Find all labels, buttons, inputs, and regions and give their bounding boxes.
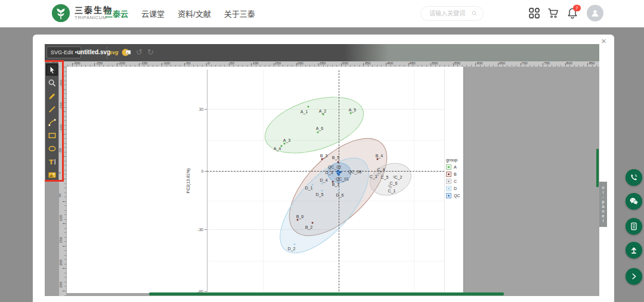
ruler-label: -250 <box>95 61 103 65</box>
axis-tick-label: 30 <box>193 107 203 111</box>
ruler-label: 600 <box>476 61 482 65</box>
user-avatar[interactable] <box>587 5 603 21</box>
ruler-label: 400 <box>387 61 393 65</box>
image-tool-button[interactable] <box>46 169 58 180</box>
zoom-tool-button[interactable] <box>46 77 58 89</box>
close-icon[interactable]: × <box>601 36 606 46</box>
data-point-B_3 <box>321 158 323 160</box>
data-point-D_5 <box>321 190 323 192</box>
notification-badge: 7 <box>573 5 581 11</box>
data-point-label: B_6 <box>296 214 304 219</box>
ruler-label: -100 <box>163 61 170 65</box>
ruler-label: 850 <box>589 61 595 65</box>
export-image-button[interactable] <box>121 47 132 58</box>
undo-button[interactable]: ↺ <box>136 48 143 57</box>
path-tool-button[interactable] <box>46 116 58 128</box>
ruler-label: 550 <box>454 61 460 65</box>
legend-swatch <box>446 193 451 198</box>
data-point-label: C_6 <box>390 181 398 185</box>
data-point-label: B_4 <box>376 154 383 158</box>
data-point-label: B_5 <box>332 155 339 160</box>
data-point-D_3 <box>333 175 335 177</box>
pca-scatter-plot: 300-30-60PC2(13.81%)A_1A_2A_5A_6A_3A_4B_… <box>66 67 599 296</box>
phone-button[interactable] <box>626 169 642 186</box>
data-point-label: D_2 <box>288 247 296 251</box>
data-point-A_3 <box>284 143 286 145</box>
svg-edit-menu-button[interactable]: SVG-Edit ▾ <box>47 46 81 58</box>
upload-button[interactable] <box>626 242 642 259</box>
gridline <box>263 70 264 291</box>
legend-dot <box>448 166 450 168</box>
source-editor-button[interactable]: svg <box>109 49 119 55</box>
rectangle-tool-button[interactable] <box>46 129 58 141</box>
ruler-label: 100 <box>252 61 258 65</box>
path-icon <box>48 118 57 127</box>
data-point-label: D_4 <box>320 178 328 182</box>
legend-swatch <box>446 172 451 177</box>
menu-button-label: SVG-Edit <box>51 49 73 55</box>
legend-label: A <box>454 165 457 169</box>
data-point-QC_01 <box>338 173 340 176</box>
data-point-B_2 <box>312 222 314 224</box>
data-point-A_6 <box>317 132 319 133</box>
gridline <box>414 70 414 291</box>
pencil-icon <box>48 92 57 101</box>
line-icon <box>48 105 57 114</box>
rect-icon <box>48 131 57 140</box>
wechat-button[interactable] <box>626 193 642 210</box>
ruler-label: -50 <box>59 148 62 153</box>
vertical-ruler: -200-150-100-50050100150200250 <box>59 67 66 296</box>
data-point-label: QC_02 <box>328 165 341 169</box>
phone-icon <box>629 173 639 182</box>
y-axis-label: PC2(13.81%) <box>186 168 190 193</box>
upload-icon <box>629 245 639 255</box>
ruler-label: -100 <box>60 124 63 132</box>
person-icon <box>590 8 600 18</box>
line-tool-button[interactable] <box>46 103 58 115</box>
ellipse-tool-button[interactable] <box>46 142 58 154</box>
documents-button[interactable] <box>626 218 642 235</box>
ruler-label: 450 <box>410 61 416 65</box>
vertical-scrollbar[interactable] <box>596 149 599 187</box>
document-icon <box>629 222 639 231</box>
cart-icon <box>547 7 559 19</box>
legend-label: C <box>454 179 457 183</box>
gridline <box>207 291 444 292</box>
pencil-tool-button[interactable] <box>46 90 58 102</box>
legend-label: B <box>454 172 457 176</box>
ui-panel-label: ui-panel <box>601 185 605 223</box>
select-tool-button[interactable] <box>46 64 58 76</box>
apps-grid-button[interactable] <box>528 7 540 19</box>
data-point-label: A_1 <box>301 110 308 114</box>
header-actions: 7 <box>0 0 644 27</box>
redo-button[interactable]: ↻ <box>147 48 154 57</box>
plot-legend: groupABCDQC <box>446 157 460 200</box>
data-point-C_1 <box>389 186 392 188</box>
ruler-label: 200 <box>59 260 63 266</box>
ruler-label: 150 <box>275 61 281 65</box>
legend-dot <box>448 188 450 189</box>
modal-backdrop: × SVG-Edit ▾ untitled.svg svg ↺ ↻ -350-3… <box>0 27 644 302</box>
wechat-icon <box>629 197 639 206</box>
picture-icon <box>121 47 132 58</box>
ui-panel-tab[interactable]: ui-panel <box>599 182 607 227</box>
crosshair-vertical <box>339 70 339 291</box>
legend-title: group <box>446 157 460 163</box>
data-point-label: C_1 <box>388 189 396 193</box>
document-title[interactable]: untitled.svg <box>77 49 110 55</box>
data-point-label: B_3 <box>320 154 327 158</box>
legend-item-B: B <box>446 172 460 177</box>
y-axis-line <box>207 70 208 292</box>
expand-button[interactable] <box>626 268 642 285</box>
ruler-label: 700 <box>522 61 528 65</box>
text-tool-button[interactable]: T <box>46 155 58 167</box>
horizontal-scrollbar[interactable] <box>149 292 504 295</box>
ruler-label: -300 <box>73 61 80 65</box>
data-point-A_1 <box>308 106 309 108</box>
ruler-label: 0 <box>59 172 61 174</box>
ruler-label: 150 <box>59 237 63 243</box>
cart-button[interactable] <box>547 7 559 19</box>
ruler-label: 800 <box>566 61 572 65</box>
data-point-D_4 <box>321 183 323 185</box>
gridline <box>207 261 444 261</box>
